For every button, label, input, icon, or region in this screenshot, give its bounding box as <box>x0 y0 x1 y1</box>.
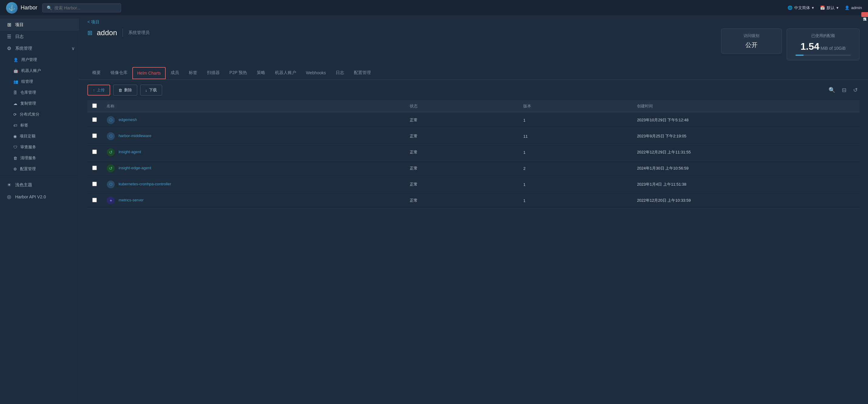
row-status-cell: 正常 <box>405 193 519 209</box>
registry-selector[interactable]: 📅 默认 ▾ <box>820 5 839 11</box>
tab-webhooks[interactable]: Webhooks <box>301 67 331 79</box>
label-icon: 🏷 <box>13 123 17 128</box>
col-check-header <box>87 100 102 112</box>
sidebar-item-replication[interactable]: ☁ 复制管理 <box>0 98 79 109</box>
refresh-button[interactable]: ↺ <box>851 86 860 95</box>
tab-overview[interactable]: 概要 <box>87 66 105 80</box>
replication-icon: ☁ <box>13 101 17 106</box>
tab-labels[interactable]: 标签 <box>184 66 202 80</box>
tab-policy[interactable]: 策略 <box>252 66 270 80</box>
chart-type-icon: ⎔ <box>106 132 115 140</box>
row-checkbox-5[interactable] <box>92 198 97 202</box>
col-name-header: 名称 <box>102 100 405 112</box>
row-checkbox-0[interactable] <box>92 117 97 122</box>
tab-scanner[interactable]: 扫描器 <box>202 66 225 80</box>
app-title: Harbor <box>21 5 37 11</box>
group-icon: 👥 <box>13 79 18 84</box>
chart-name-link[interactable]: harbor-middleware <box>119 133 151 138</box>
sidebar-item-project-quota[interactable]: ◉ 项目定额 <box>0 131 79 142</box>
tab-helm-charts[interactable]: Helm Charts <box>132 67 166 79</box>
table-container: 名称 状态 版本 创建时间 ⎔ edgemesh 正常 1 2023年10月2 <box>79 100 868 209</box>
tab-repos[interactable]: 镜像仓库 <box>105 66 132 80</box>
row-created-cell: 2023年1月4日 上午11:51:38 <box>632 176 860 193</box>
status-badge: 正常 <box>410 166 417 170</box>
sidebar-item-logs[interactable]: ☰ 日志 <box>0 31 79 42</box>
chart-type-icon: ⎔ <box>106 180 115 189</box>
upload-button[interactable]: ↑ 上传 <box>87 85 110 96</box>
quota-card-title: 已使用的配额 <box>796 33 851 38</box>
globe-icon: 🌐 <box>787 5 793 10</box>
row-checkbox-4[interactable] <box>92 182 97 186</box>
row-status-cell: 正常 <box>405 112 519 128</box>
col-status-header: 状态 <box>405 100 519 112</box>
breadcrumb[interactable]: < 项目 <box>79 16 868 29</box>
sun-icon: ☀ <box>6 182 12 188</box>
tab-robot[interactable]: 机器人账户 <box>270 66 301 80</box>
chart-type-icon: ↺ <box>106 148 115 157</box>
language-selector[interactable]: 🌐 中文简体 ▾ <box>787 5 814 11</box>
row-status-cell: 正常 <box>405 128 519 144</box>
sidebar-item-cleanup[interactable]: 🗑 清理服务 <box>0 153 79 164</box>
search-input[interactable] <box>54 5 117 10</box>
chart-name-link[interactable]: insight-agent <box>119 149 141 154</box>
cleanup-icon: 🗑 <box>13 156 17 161</box>
upload-icon: ↑ <box>93 88 95 93</box>
row-status-cell: 正常 <box>405 144 519 161</box>
row-checkbox-3[interactable] <box>92 166 97 170</box>
delete-button[interactable]: 🗑 删除 <box>113 85 137 96</box>
sidebar-item-group-mgmt[interactable]: 👥 组管理 <box>0 76 79 87</box>
tab-config-mgmt[interactable]: 配置管理 <box>349 66 376 80</box>
tab-members[interactable]: 成员 <box>166 66 184 80</box>
sidebar-item-audit[interactable]: 🛡 审查服务 <box>0 142 79 153</box>
tab-p2p[interactable]: P2P 预热 <box>225 66 252 80</box>
chart-name-link[interactable]: edgemesh <box>119 117 137 122</box>
sidebar-item-distribution[interactable]: ⟳ 分布式发分 <box>0 109 79 120</box>
row-version-cell: 11 <box>518 128 632 144</box>
right-float-panel[interactable]: 拖拽上传 <box>861 12 868 17</box>
quota-of: of 10GiB <box>829 46 845 50</box>
access-card-value: 公开 <box>730 41 773 49</box>
sidebar-item-user-mgmt[interactable]: 👤 用户管理 <box>0 54 79 65</box>
row-version-cell: 1 <box>518 112 632 128</box>
download-icon: ↓ <box>145 88 148 93</box>
sidebar-item-system[interactable]: ⚙ 系统管理 ∨ <box>0 42 79 54</box>
row-checkbox-2[interactable] <box>92 149 97 154</box>
repo-icon: 🗄 <box>13 90 17 95</box>
sidebar-item-api[interactable]: ◎ Harbor API V2.0 <box>0 191 79 203</box>
sidebar-item-labels[interactable]: 🏷 标签 <box>0 120 79 131</box>
sidebar-item-repo-mgmt[interactable]: 🗄 仓库管理 <box>0 87 79 98</box>
logo-area: ⚓ Harbor <box>6 2 37 14</box>
api-icon: ◎ <box>6 194 12 200</box>
view-toggle-button[interactable]: ⊟ <box>840 86 848 95</box>
sidebar-item-config[interactable]: ⚙ 配置管理 <box>0 164 79 174</box>
select-all-checkbox[interactable] <box>92 103 97 108</box>
audit-icon: 🛡 <box>13 145 17 149</box>
tab-logs[interactable]: 日志 <box>331 66 349 80</box>
user-menu[interactable]: 👤 admin <box>845 5 862 10</box>
search-bar[interactable]: 🔍 <box>42 3 121 12</box>
helm-charts-table: 名称 状态 版本 创建时间 ⎔ edgemesh 正常 1 2023年10月2 <box>87 100 860 209</box>
lang-dropdown-icon: ▾ <box>812 5 814 10</box>
main-layout: ⊞ 项目 ☰ 日志 ⚙ 系统管理 ∨ 👤 用户管理 🤖 机器人账户 👥 组管理 … <box>0 16 868 404</box>
quota-icon: ◉ <box>13 134 17 139</box>
quota-bar-fill <box>796 55 804 56</box>
chart-type-icon: ↺ <box>106 164 115 173</box>
row-check-cell <box>87 128 102 144</box>
row-checkbox-1[interactable] <box>92 133 97 138</box>
search-button[interactable]: 🔍 <box>827 86 837 95</box>
sidebar-item-projects[interactable]: ⊞ 项目 <box>0 19 79 31</box>
sidebar-item-robot-accounts[interactable]: 🤖 机器人账户 <box>0 65 79 76</box>
access-card-title: 访问级别 <box>730 33 773 38</box>
quota-unit: MiB <box>820 46 828 50</box>
chart-name-link[interactable]: kubernetes-cronhpa-controller <box>119 182 171 186</box>
chart-name-link[interactable]: metrics-server <box>119 198 144 202</box>
row-version-cell: 2 <box>518 161 632 176</box>
project-icon: ⊞ <box>87 29 93 36</box>
chart-name-link[interactable]: insight-edge-agent <box>119 166 151 170</box>
project-role: 系统管理员 <box>128 30 150 35</box>
row-status-cell: 正常 <box>405 161 519 176</box>
status-badge: 正常 <box>410 118 417 122</box>
sidebar-item-theme[interactable]: ☀ 浅色主题 <box>0 179 79 191</box>
sidebar-item-label: 日志 <box>15 34 24 39</box>
download-button[interactable]: ↓ 下载 <box>140 85 162 96</box>
